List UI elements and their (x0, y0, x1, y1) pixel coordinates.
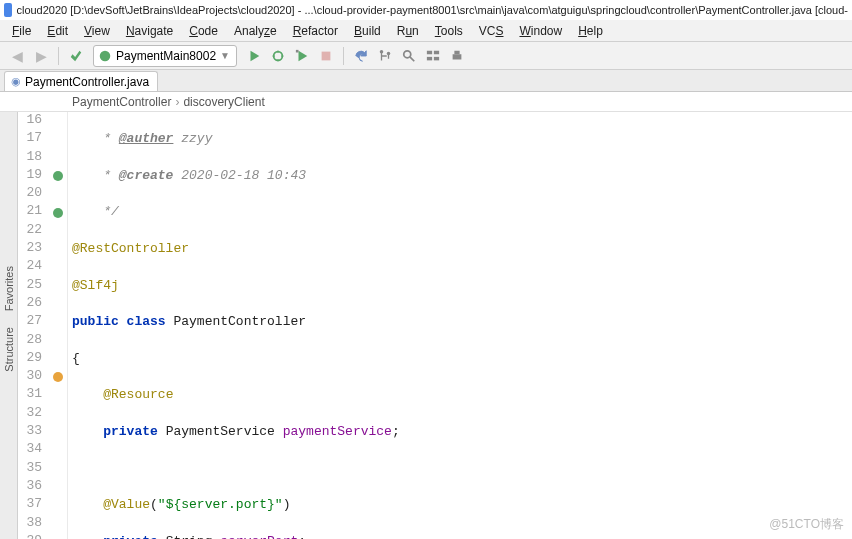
svg-rect-10 (453, 54, 462, 59)
nav-forward-button[interactable]: ▶ (30, 45, 52, 67)
menu-edit[interactable]: Edit (39, 22, 76, 40)
svg-rect-7 (434, 50, 439, 54)
app-icon (4, 3, 12, 17)
breadcrumb-field[interactable]: discoveryClient (183, 95, 264, 109)
svg-point-5 (404, 50, 411, 57)
build-button[interactable] (65, 45, 87, 67)
divider (343, 47, 344, 65)
editor: Favorites Structure 16171819202122232425… (0, 112, 852, 539)
divider (58, 47, 59, 65)
svg-rect-6 (427, 50, 432, 54)
editor-tab-row: ◉ PaymentController.java (0, 70, 852, 92)
structure-button[interactable] (422, 45, 444, 67)
tool-window-tabs: Favorites Structure (0, 112, 18, 539)
menu-code[interactable]: Code (181, 22, 226, 40)
structure-tool-tab[interactable]: Structure (2, 323, 16, 376)
svg-point-0 (100, 50, 111, 61)
menu-file[interactable]: File (4, 22, 39, 40)
menu-navigate[interactable]: Navigate (118, 22, 181, 40)
nav-back-button[interactable]: ◀ (6, 45, 28, 67)
vcs-button[interactable] (374, 45, 396, 67)
tab-label: PaymentController.java (25, 75, 149, 89)
menu-analyze[interactable]: Analyze (226, 22, 285, 40)
print-button[interactable] (446, 45, 468, 67)
menu-view[interactable]: View (76, 22, 118, 40)
menu-window[interactable]: Window (511, 22, 570, 40)
menu-vcs[interactable]: VCS (471, 22, 512, 40)
svg-rect-8 (427, 56, 432, 60)
title-bar: cloud2020 [D:\devSoft\JetBrains\IdeaProj… (0, 0, 852, 20)
svg-point-1 (274, 51, 283, 60)
breadcrumb: PaymentController › discoveryClient (0, 92, 852, 112)
menu-tools[interactable]: Tools (427, 22, 471, 40)
code-area[interactable]: * @auther zzyy * @create 2020-02-18 10:4… (68, 112, 852, 539)
run-config-name: PaymentMain8002 (116, 49, 216, 63)
svg-rect-11 (454, 50, 459, 54)
search-button[interactable] (398, 45, 420, 67)
run-config-dropdown[interactable]: PaymentMain8002 ▼ (93, 45, 237, 67)
breadcrumb-class[interactable]: PaymentController (72, 95, 171, 109)
svg-rect-9 (434, 56, 439, 60)
coverage-button[interactable] (291, 45, 313, 67)
svg-point-3 (380, 49, 384, 53)
debug-button[interactable] (267, 45, 289, 67)
svg-point-4 (387, 51, 391, 55)
gutter: 1617181920212223242526272829303132333435… (18, 112, 68, 539)
svg-rect-2 (322, 51, 331, 60)
watermark: @51CTO博客 (769, 516, 844, 533)
stop-button[interactable] (315, 45, 337, 67)
favorites-tool-tab[interactable]: Favorites (2, 262, 16, 315)
menu-refactor[interactable]: Refactor (285, 22, 346, 40)
menu-bar: File Edit View Navigate Code Analyze Ref… (0, 20, 852, 42)
run-button[interactable] (243, 45, 265, 67)
update-button[interactable] (350, 45, 372, 67)
window-title: cloud2020 [D:\devSoft\JetBrains\IdeaProj… (16, 4, 848, 16)
svg-point-14 (53, 372, 63, 382)
spring-icon (98, 49, 112, 63)
tab-payment-controller[interactable]: ◉ PaymentController.java (4, 71, 158, 91)
line-numbers: 1617181920212223242526272829303132333435… (18, 112, 48, 539)
toolbar: ◀ ▶ PaymentMain8002 ▼ (0, 42, 852, 70)
menu-build[interactable]: Build (346, 22, 389, 40)
menu-run[interactable]: Run (389, 22, 427, 40)
chevron-down-icon: ▼ (220, 50, 230, 61)
svg-point-12 (53, 171, 63, 181)
pin-icon: ◉ (11, 75, 21, 88)
gutter-icons (48, 112, 68, 539)
chevron-right-icon: › (175, 95, 179, 109)
menu-help[interactable]: Help (570, 22, 611, 40)
svg-point-13 (53, 208, 63, 218)
